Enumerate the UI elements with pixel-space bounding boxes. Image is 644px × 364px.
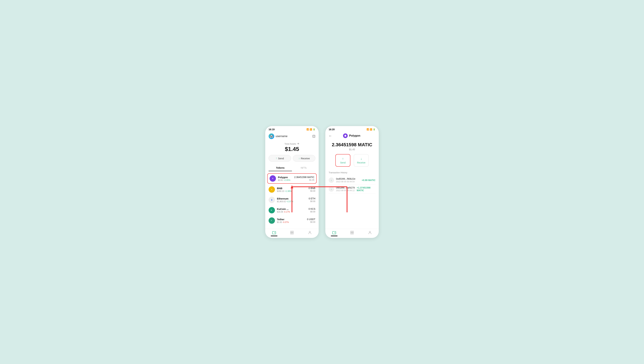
bnb-name: BNB — [277, 187, 307, 190]
svg-rect-15 — [332, 232, 336, 234]
tether-value: $0.00 — [307, 221, 315, 223]
svg-point-21 — [369, 231, 370, 232]
coin-usd-value: $1.45 — [329, 148, 376, 151]
kucoin-balance: 0 KCS $0.00 — [309, 208, 315, 213]
bnb-value: $0.00 — [309, 190, 315, 192]
token-ethereum[interactable]: Ethereum $1,803.02 +2.07% 0 ETH $0.00 — [265, 195, 319, 205]
svg-rect-12 — [292, 233, 294, 234]
eth-info: Ethereum $1,803.02 +2.07% — [277, 197, 307, 203]
coin-receive-button[interactable]: ↓ Receive — [354, 154, 369, 167]
nav-apps-2[interactable] — [343, 230, 361, 234]
kucoin-price: $16.08 -0.17% — [277, 211, 307, 213]
eth-price: $1,803.02 +2.07% — [277, 200, 307, 203]
svg-marker-0 — [272, 177, 274, 180]
nav-profile-1[interactable] — [301, 230, 319, 234]
coin-send-icon: ↑ — [342, 157, 344, 161]
svg-point-1 — [270, 188, 273, 191]
svg-rect-17 — [350, 231, 352, 232]
coin-send-button[interactable]: ↑ Send — [335, 154, 350, 167]
kucoin-amount: 0 KCS — [309, 208, 315, 210]
scan-icon[interactable]: ⊡ — [312, 134, 315, 138]
kucoin-value: $0.00 — [309, 210, 315, 213]
tx-info-1: 0xd5399...f90b22e 2022-06-05 00:44:54 — [336, 178, 360, 183]
kucoin-name: KuCoin ... — [277, 208, 307, 210]
nav-apps-1[interactable] — [283, 230, 301, 234]
svg-rect-20 — [352, 233, 354, 234]
tether-amount: 0 USDT — [307, 218, 315, 220]
nav-wallet-2[interactable] — [325, 230, 343, 234]
send-icon: ↑ — [276, 157, 277, 160]
svg-marker-14 — [344, 134, 346, 137]
bottom-nav-1 — [265, 229, 319, 238]
token-kucoin[interactable]: K KuCoin ... $16.08 -0.17% 0 KCS $0.00 — [265, 205, 319, 216]
battery-icon-2: 🔋 — [373, 128, 376, 130]
battery-icon-1: 🔋 — [313, 128, 315, 130]
polygon-page-title: Polygon — [349, 134, 360, 138]
tx-icon-1: ↓ — [329, 178, 334, 183]
user-info: 🐼 username — [268, 134, 288, 139]
send-button[interactable]: ↑ Send — [268, 155, 291, 162]
polygon-balance: 2.36451598 MATIC $1.45 — [294, 176, 314, 181]
svg-text:T: T — [271, 220, 272, 222]
tether-name: Tether — [277, 218, 305, 221]
polygon-page-header: ← Polygon — [325, 132, 379, 140]
eth-balance: 0 ETH $0.00 — [309, 197, 315, 202]
status-bar-1: 16:19 📶 🛜 🔋 — [265, 126, 319, 132]
token-bnb[interactable]: BNB $290.10 +1.98% 0 BNB $0.00 — [265, 184, 319, 195]
polygon-logo — [270, 175, 276, 182]
tether-logo: T — [268, 218, 275, 224]
tx-item-1[interactable]: ↓ 0xd5399...f90b22e 2022-06-05 00:44:54 … — [329, 176, 376, 185]
bnb-info: BNB $290.10 +1.98% — [277, 187, 307, 192]
nav-wallet-1[interactable] — [265, 230, 283, 234]
nav-profile-2[interactable] — [361, 230, 379, 234]
time-2: 16:20 — [329, 128, 335, 131]
tx-hash-2: 0xb1bf8...8af4279 — [336, 186, 355, 189]
coin-amount: 2.36451598 MATIC — [329, 142, 376, 148]
svg-rect-18 — [352, 231, 354, 232]
token-list: Polygon $0.61 +2.65% 2.36451598 MATIC $1… — [265, 171, 319, 227]
bnb-amount: 0 BNB — [309, 187, 315, 190]
total-amount: $1.45 — [268, 146, 315, 152]
svg-text:K: K — [271, 210, 272, 211]
svg-rect-7 — [272, 232, 276, 234]
back-button[interactable]: ← — [329, 134, 332, 138]
phone2: 16:20 📶 🛜 🔋 ← Polygon — [325, 126, 379, 238]
wifi-icon-2: 🛜 — [370, 128, 372, 130]
tx-icon-2: ↓ — [329, 186, 334, 192]
bottom-nav-2 — [325, 229, 379, 238]
eth-amount: 0 ETH — [309, 197, 315, 200]
svg-rect-16 — [334, 232, 335, 233]
total-assets-label: Total Assets 👁 — [268, 142, 315, 145]
tx-hash-1: 0xd5399...f90b22e — [336, 178, 360, 180]
tab-tokens[interactable]: Tokens — [268, 165, 292, 171]
svg-point-13 — [309, 231, 310, 232]
tx-info-2: 0xb1bf8...8af4279 2022-06-05 00:44:12 — [336, 186, 355, 192]
receive-button[interactable]: ↓ Receive — [293, 155, 315, 162]
phone1: 16:19 📶 🛜 🔋 🐼 username ⊡ Total Assets — [265, 126, 319, 238]
polygon-header-center: Polygon — [334, 134, 370, 138]
total-assets-section: Total Assets 👁 $1.45 — [265, 141, 319, 155]
tx-item-2[interactable]: ↓ 0xb1bf8...8af4279 2022-06-05 00:44:12 … — [329, 185, 376, 194]
polygon-info: Polygon $0.61 +2.65% — [278, 176, 292, 181]
polygon-amount: 2.36451598 MATIC — [294, 176, 314, 178]
token-polygon[interactable]: Polygon $0.61 +2.65% 2.36451598 MATIC $1… — [267, 173, 317, 184]
action-buttons: ↑ Send ↓ Receive — [265, 155, 319, 165]
wifi-icon-1: 🛜 — [310, 128, 312, 130]
polygon-name: Polygon — [278, 176, 292, 179]
bnb-price: $290.10 +1.98% — [277, 190, 307, 192]
eth-name: Ethereum — [277, 197, 307, 200]
svg-rect-10 — [292, 231, 294, 232]
signal-icon-2: 📶 — [366, 128, 369, 130]
token-tether[interactable]: T Tether $1.00 -0.07% 0 USDT $0.00 — [265, 216, 319, 226]
status-bar-2: 16:20 📶 🛜 🔋 — [325, 126, 379, 132]
kucoin-logo: K — [268, 207, 275, 214]
wallet-header: 🐼 username ⊡ — [265, 132, 319, 141]
eye-icon[interactable]: 👁 — [297, 142, 300, 145]
tab-nfts[interactable]: NFTs — [292, 165, 315, 171]
tx-date-2: 2022-06-05 00:44:12 — [336, 189, 355, 192]
transaction-history-section: Transaction History ↓ 0xd5399...f90b22e … — [325, 170, 379, 194]
bnb-logo — [268, 186, 275, 193]
eth-logo — [268, 197, 275, 203]
time-1: 16:19 — [268, 128, 274, 131]
coin-receive-icon: ↓ — [360, 157, 362, 161]
